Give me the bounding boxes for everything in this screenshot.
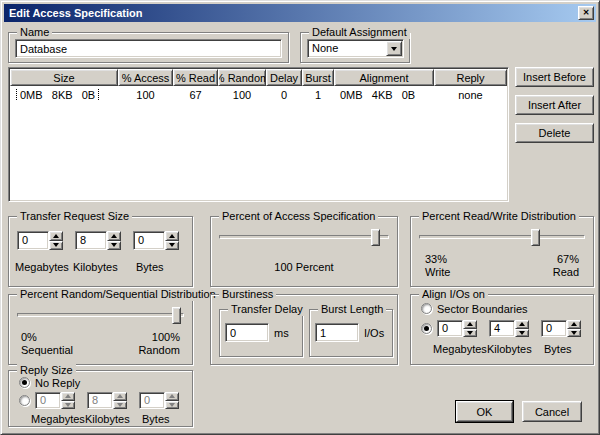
spin-up-icon[interactable]: [165, 231, 179, 241]
trs-bytes-label: Bytes: [136, 261, 164, 273]
align-bytes-value[interactable]: 0: [541, 320, 567, 337]
slider-track: [219, 235, 389, 239]
sector-boundaries-radio[interactable]: [421, 303, 432, 314]
slider-thumb[interactable]: [531, 229, 540, 246]
trs-bytes-spinner[interactable]: 0: [133, 231, 179, 250]
spin-up-icon: [61, 392, 75, 401]
read-write-slider[interactable]: [419, 229, 585, 246]
column-header-read[interactable]: % Read: [173, 69, 218, 86]
trs-kilobytes-label: Kilobytes: [73, 261, 118, 273]
read-percent: 67%: [557, 253, 579, 265]
spin-up-icon[interactable]: [463, 320, 477, 329]
align-kilobytes-label: Kilobytes: [487, 343, 532, 355]
spin-up-icon: [165, 392, 179, 401]
align-megabytes-spinner[interactable]: 0: [437, 320, 477, 337]
no-reply-label: No Reply: [35, 377, 80, 389]
cell-burst[interactable]: 1: [302, 89, 334, 101]
cancel-button[interactable]: Cancel: [522, 401, 582, 422]
burst-length-group: Burst Length I/Os: [309, 309, 393, 357]
trs-kilobytes-spinner[interactable]: 8: [75, 231, 121, 250]
spin-down-icon: [165, 401, 179, 410]
burst-length-input[interactable]: [315, 323, 359, 342]
spin-up-icon[interactable]: [107, 231, 121, 241]
column-header-random[interactable]: % Random: [218, 69, 266, 86]
cell-alignment[interactable]: 0MB 4KB 0B: [334, 89, 434, 101]
cell-delay[interactable]: 0: [266, 89, 302, 101]
reply-custom-radio[interactable]: [19, 395, 30, 406]
default-assignment-combobox[interactable]: None: [307, 39, 404, 58]
transfer-delay-group: Transfer Delay ms: [219, 309, 303, 357]
spin-up-icon[interactable]: [515, 320, 529, 329]
read-write-label: Percent Read/Write Distribution: [419, 210, 579, 223]
spin-down-icon[interactable]: [49, 241, 63, 251]
column-header-alignment[interactable]: Alignment: [334, 69, 434, 86]
spin-up-icon: [113, 392, 127, 401]
window-title: Edit Access Specification: [9, 7, 578, 19]
align-custom-radio[interactable]: [421, 323, 432, 334]
name-input[interactable]: [15, 39, 282, 58]
spin-down-icon[interactable]: [463, 329, 477, 338]
table-row[interactable]: 0MB 8KB 0B 100 67 100 0 1 0MB 4KB 0B non…: [10, 87, 507, 102]
reply-size-group: Reply Size No Reply 0 8 0 Megabytes Kilo…: [8, 370, 193, 427]
align-bytes-spinner[interactable]: 0: [541, 320, 581, 337]
random-sequential-label: Percent Random/Sequential Distribution: [17, 288, 219, 301]
close-button[interactable]: ✕: [578, 6, 594, 20]
reply-size-label: Reply Size: [17, 364, 76, 377]
spin-down-icon[interactable]: [567, 329, 581, 338]
slider-track: [17, 313, 184, 317]
delete-button[interactable]: Delete: [515, 123, 594, 143]
transfer-delay-input[interactable]: [225, 323, 269, 342]
trs-megabytes-spinner[interactable]: 0: [17, 231, 63, 250]
spin-down-icon: [61, 401, 75, 410]
cell-access[interactable]: 100: [118, 89, 173, 101]
default-assignment-label: Default Assignment: [309, 26, 410, 39]
column-header-reply[interactable]: Reply: [434, 69, 507, 86]
align-megabytes-label: Megabytes: [433, 343, 487, 355]
reply-kilobytes-spinner: 8: [87, 392, 127, 409]
reply-bytes-label: Bytes: [142, 413, 170, 425]
align-megabytes-value[interactable]: 0: [437, 320, 463, 337]
percent-access-slider[interactable]: [219, 229, 389, 246]
random-label: Random: [138, 344, 180, 356]
column-header-burst[interactable]: Burst: [302, 69, 334, 86]
list-header: Size % Access % Read % Random Delay Burs…: [10, 69, 507, 86]
column-header-size[interactable]: Size: [10, 69, 118, 86]
insert-after-button[interactable]: Insert After: [515, 95, 594, 115]
burstiness-group: Burstiness Transfer Delay ms Burst Lengt…: [210, 294, 398, 365]
trs-kilobytes-value[interactable]: 8: [75, 231, 107, 250]
spin-down-icon[interactable]: [165, 241, 179, 251]
sector-boundaries-label: Sector Boundaries: [437, 303, 528, 315]
reply-kilobytes-label: Kilobytes: [85, 413, 130, 425]
trs-megabytes-value[interactable]: 0: [17, 231, 49, 250]
column-header-access[interactable]: % Access: [118, 69, 173, 86]
chevron-down-icon: [391, 47, 397, 51]
spin-down-icon[interactable]: [107, 241, 121, 251]
cell-random[interactable]: 100: [218, 89, 266, 101]
reply-bytes-spinner: 0: [139, 392, 179, 409]
name-group-label: Name: [17, 26, 52, 39]
transfer-request-size-label: Transfer Request Size: [17, 210, 132, 223]
percent-access-value: 100 Percent: [211, 261, 397, 273]
titlebar[interactable]: Edit Access Specification ✕: [4, 4, 596, 22]
combobox-dropdown-button[interactable]: [386, 41, 402, 56]
write-percent: 33%: [425, 253, 447, 265]
ok-button[interactable]: OK: [456, 401, 513, 422]
cell-size[interactable]: 0MB 8KB 0B: [10, 89, 118, 101]
spin-up-icon[interactable]: [49, 231, 63, 241]
align-kilobytes-value[interactable]: 4: [489, 320, 515, 337]
cell-reply[interactable]: none: [434, 89, 507, 101]
no-reply-radio[interactable]: [19, 377, 30, 388]
spin-up-icon[interactable]: [567, 320, 581, 329]
align-kilobytes-spinner[interactable]: 4: [489, 320, 529, 337]
slider-thumb[interactable]: [371, 229, 380, 246]
spin-down-icon[interactable]: [515, 329, 529, 338]
cell-read[interactable]: 67: [173, 89, 218, 101]
slider-thumb[interactable]: [172, 307, 181, 324]
access-spec-list[interactable]: Size % Access % Read % Random Delay Burs…: [8, 67, 509, 202]
trs-bytes-value[interactable]: 0: [133, 231, 165, 250]
insert-before-button[interactable]: Insert Before: [515, 67, 594, 87]
close-icon: ✕: [583, 9, 590, 17]
column-header-delay[interactable]: Delay: [266, 69, 302, 86]
percent-access-label: Percent of Access Specification: [219, 210, 378, 223]
random-sequential-slider[interactable]: [17, 307, 184, 324]
